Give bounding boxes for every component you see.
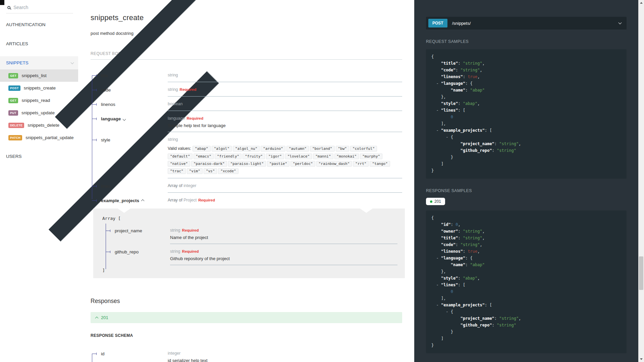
method-badge-put: PUT [8, 110, 18, 116]
panel-notch [118, 208, 130, 213]
section-label: AUTHENTICATION [6, 22, 46, 27]
operation-label: snippets_create [24, 85, 56, 90]
field-name-example_projects[interactable]: example_projects [91, 197, 168, 203]
field-name-github_repo: github_repo [104, 249, 170, 265]
operation-label: snippets_read [21, 98, 50, 103]
endpoint-dropdown[interactable]: POST /snippets/ [426, 17, 627, 29]
field-name-id: id [91, 351, 168, 362]
sidebar-item-users[interactable]: USERS [0, 144, 78, 169]
type-name: integer [168, 351, 180, 356]
field-row-linenos: linenosboolean [91, 101, 402, 111]
field-row-style: stylestringValid values:"abap""algol""al… [91, 137, 402, 178]
field-details: stringRequiredGithub repository of the p… [170, 249, 397, 265]
field-name-code: code [91, 87, 168, 97]
enum-value-chip: "bw" [336, 146, 350, 152]
field-row-project_name: project_namestringRequiredName of the pr… [104, 228, 397, 244]
status-dot-icon [430, 200, 432, 203]
field-name-label: style [101, 137, 110, 142]
enum-value-chip: "native" [168, 161, 190, 167]
response-schema-fields: idintegerid serializer help textownerstr… [91, 351, 402, 362]
enum-value-chip: "perldoc" [290, 161, 315, 167]
chevron-down-icon [619, 21, 622, 24]
operation-label: snippets_update [21, 110, 55, 115]
field-details: integerid serializer help text [168, 351, 402, 362]
enum-value-chip: "abap" [193, 146, 211, 152]
endpoint-path: /snippets/ [452, 21, 471, 26]
array-schema-panel: Array [ project_namestringRequiredName o… [93, 208, 405, 278]
type-name: language [168, 116, 185, 121]
search-input[interactable] [13, 5, 64, 10]
field-name-label: github_repo [115, 249, 139, 254]
field-name-title: title [91, 72, 168, 82]
valid-values: Valid values:"abap""algol""algol_nu""ard… [168, 144, 402, 174]
http-method-badge: POST [428, 19, 447, 27]
enum-value-chip: "igor" [266, 154, 284, 159]
sidebar-item-snippets_create[interactable]: POSTsnippets_create [0, 82, 78, 94]
sidebar-nav: AUTHENTICATION ARTICLES SNIPPETS GETsnip… [0, 18, 78, 169]
enum-value-chip: "borland" [310, 146, 335, 152]
field-details: stringRequiredName of the project [170, 228, 397, 244]
enum-value-chip: "friendly" [215, 154, 241, 159]
field-name-language[interactable]: language [91, 116, 168, 132]
field-type: stringRequired [170, 249, 397, 254]
required-flag: Required [198, 198, 215, 202]
array-close-bracket: ] [102, 268, 397, 273]
request-sample-json: { "title": "string", "code": "string", "… [431, 53, 621, 174]
field-details: string [168, 72, 402, 82]
field-help-text: Sample help text for language [168, 123, 402, 128]
field-row-language: languagelanguageRequiredSample help text… [91, 116, 402, 132]
type-prefix: Array of [168, 183, 183, 188]
sidebar-item-authentication[interactable]: AUTHENTICATION [0, 18, 78, 31]
field-help-text: id serializer help text [168, 358, 402, 362]
type-name: Project [183, 198, 197, 202]
request-body-fields: titlestringcodestringRequiredlinenosbool… [91, 72, 402, 203]
redoc-page: AUTHENTICATION ARTICLES SNIPPETS GETsnip… [0, 0, 644, 362]
sidebar-item-snippets_list[interactable]: GETsnippets_list [0, 69, 78, 82]
field-row-id: idintegerid serializer help text [91, 351, 402, 362]
sidebar-item-articles[interactable]: ARTICLES [0, 31, 78, 56]
type-prefix: Array of [168, 198, 183, 202]
field-details: Array of ProjectRequired [168, 197, 402, 203]
response-sample-tab-201[interactable]: 201 [426, 198, 445, 205]
field-row-code: codestringRequired [91, 87, 402, 97]
section-label: SNIPPETS [6, 60, 29, 65]
scrollbar-down-arrow[interactable] [638, 356, 644, 362]
response-201-banner[interactable]: 201 [91, 312, 402, 323]
scrollbar-thumb[interactable] [639, 256, 643, 290]
type-name: string [168, 137, 178, 142]
samples-panel: POST /snippets/ REQUEST SAMPLES { "title… [414, 0, 638, 362]
sidebar-item-snippets_partial_update[interactable]: PATCHsnippets_partial_update [0, 131, 78, 144]
operation-label: snippets_partial_update [25, 135, 73, 140]
enum-value-chip: "emacs" [194, 154, 214, 159]
field-row-example_projects: example_projectsArray of ProjectRequired [91, 197, 402, 203]
field-type: stringRequired [168, 87, 402, 93]
field-details: stringValid values:"abap""algol""algol_n… [168, 137, 402, 178]
valid-values-label: Valid values: [168, 146, 191, 151]
field-name-label: id [101, 351, 105, 356]
method-badge-get: GET [8, 73, 18, 78]
field-name-label: lines [101, 184, 110, 189]
field-details: languageRequiredSample help text for lan… [168, 116, 402, 132]
sidebar-item-snippets[interactable]: SNIPPETS [0, 56, 78, 69]
request-samples-label: REQUEST SAMPLES [426, 39, 627, 44]
field-details: stringRequired [168, 87, 402, 97]
enum-value-chip: "vs" [204, 168, 217, 174]
field-name-label: code [101, 87, 111, 93]
page-scrollbar[interactable] [638, 0, 644, 362]
responses-heading: Responses [91, 298, 402, 305]
field-type: string [168, 72, 402, 78]
scrollbar-up-arrow[interactable] [638, 0, 644, 6]
field-name-linenos: linenos [91, 101, 168, 111]
enum-value-chip: "pastie" [267, 161, 289, 167]
search-icon [7, 6, 10, 9]
enum-value-chip: "algol_nu" [233, 146, 260, 152]
required-flag: Required [180, 87, 197, 92]
sidebar: AUTHENTICATION ARTICLES SNIPPETS GETsnip… [0, 0, 78, 362]
field-type: integer [168, 351, 402, 356]
enum-value-chip: "murphy" [360, 154, 382, 159]
enum-value-chip: "monokai" [334, 154, 359, 159]
field-name-project_name: project_name [104, 228, 170, 244]
response-samples-label: RESPONSE SAMPLES [426, 188, 627, 193]
required-flag: Required [182, 228, 199, 232]
search-box[interactable] [6, 0, 73, 13]
